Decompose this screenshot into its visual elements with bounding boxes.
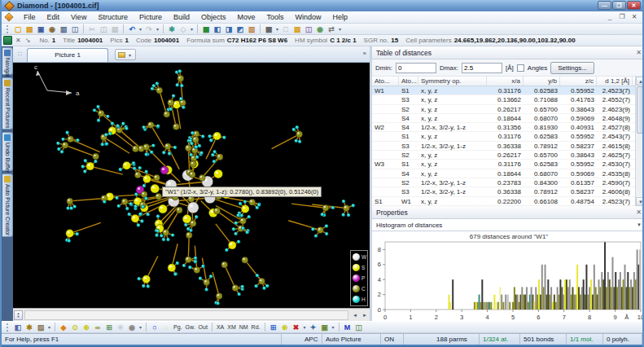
dmin-input[interactable] [396, 63, 436, 73]
scroll-up-icon[interactable]: ▲ [636, 77, 644, 86]
chevron-down-icon[interactable]: ▾ [46, 324, 52, 330]
toolbar-icon[interactable]: ⇄ [326, 24, 337, 34]
table-row[interactable]: W1S1x, y, z0.311760.625830.559522.4523(7… [372, 86, 644, 95]
toolbar-icon[interactable]: ◉ [315, 24, 326, 34]
toolbar-icon[interactable]: ✳ [116, 323, 126, 332]
table-row[interactable]: S2x, y, z0.262170.657000.386432.4625(7) [372, 151, 644, 160]
sidebar-tab-undo-buffer[interactable]: Undo Buffer [2, 132, 13, 171]
menu-objects[interactable]: Objects [195, 12, 232, 22]
chevron-down-icon[interactable]: ▾ [337, 26, 343, 32]
sidebar-tab-auto-picture-creator[interactable]: Auto Picture Creator [2, 174, 13, 237]
toolbar-text-button[interactable]: Rd. [250, 324, 262, 330]
toolbar-icon[interactable]: ▤ [292, 24, 303, 34]
drag-grip-icon[interactable]: ∷ [18, 51, 22, 58]
close-icon[interactable]: ✕ [636, 209, 642, 216]
toolbar-icon[interactable]: ◩ [235, 24, 246, 34]
table-row[interactable]: S21/2-x, 3/2-y, 1-z0.237830.843000.61357… [372, 178, 644, 187]
chevron-down-icon[interactable]: ▾ [302, 324, 308, 330]
toolbar-text-button[interactable]: Gw. [184, 324, 197, 330]
settings-button[interactable]: Settings... [550, 62, 594, 74]
table-row[interactable]: S31/2-x, 3/2-y, 1-z0.363380.789120.58237… [372, 187, 644, 196]
table-row[interactable]: S4x, y, z0.186440.680700.590692.4648(9) [372, 114, 644, 123]
maximize-button[interactable]: ❐ [612, 1, 626, 10]
legend-item-P[interactable]: P [351, 273, 367, 283]
table-scrollbar[interactable]: ▲ ▼ [635, 77, 644, 206]
toolbar-icon[interactable]: ⊞ [104, 323, 115, 332]
angles-checkbox[interactable] [517, 64, 524, 72]
close-icon[interactable]: ✕ [636, 49, 642, 56]
toolbar-text-button[interactable]: Out [197, 324, 209, 330]
column-header[interactable]: Ato... [399, 77, 418, 86]
table-row[interactable]: W3S1x, y, z0.311760.625830.559522.4530(7… [372, 160, 644, 169]
scroll-track[interactable] [24, 310, 348, 320]
table-row[interactable]: S4x, y, z0.186440.680700.590692.4535(8) [372, 169, 644, 178]
table-row[interactable]: W2S41/2-x, 3/2-y, 1-z0.313560.819300.409… [372, 123, 644, 132]
toolbar-icon[interactable]: ▥ [59, 24, 69, 34]
legend-item-H[interactable]: H [351, 294, 367, 305]
legend-item-S[interactable]: S [351, 262, 367, 273]
column-header[interactable]: d 1,2 [Å] [597, 77, 633, 86]
toolbar-icon[interactable]: ✱ [24, 323, 35, 332]
chevron-down-icon[interactable]: ▾ [331, 324, 336, 330]
dmax-input[interactable] [462, 63, 502, 73]
table-row[interactable]: S3x, y, z0.136620.710880.417632.4552(7) [372, 95, 644, 104]
table-row[interactable]: S1W1x, y, z0.222000.661080.487542.4523(7… [372, 197, 644, 206]
mdi-close-button[interactable]: ✕ [629, 13, 639, 22]
toolbar-icon[interactable]: ◆ [59, 323, 69, 332]
toolbar-icon[interactable]: ◌ [161, 323, 172, 332]
toolbar-icon[interactable]: ⊙ [70, 323, 81, 332]
close-button[interactable]: ✕ [627, 1, 641, 10]
expand-icon[interactable]: ↘ [25, 37, 31, 44]
table-row[interactable]: S31/2-x, 3/2-y, 1-z0.363380.789120.58237… [372, 142, 644, 151]
toolbar-icon[interactable]: ▦ [264, 24, 274, 34]
title-bar[interactable]: Diamond - [1004001.cif] — ❐ ✕ [2, 0, 642, 11]
menu-build[interactable]: Build [168, 12, 195, 22]
toolbar-icon[interactable]: ◫ [353, 323, 364, 332]
properties-selector[interactable]: Histogram of distances ▼ [372, 219, 644, 231]
drag-grip-icon[interactable] [7, 25, 10, 33]
toolbar-icon[interactable]: ◫ [70, 24, 81, 34]
toolbar-icon[interactable]: ⊕ [279, 323, 290, 332]
toolbar-icon[interactable]: ◫ [99, 24, 109, 34]
chevron-down-icon[interactable]: ▾ [155, 26, 160, 32]
menu-picture[interactable]: Picture [134, 12, 168, 22]
toolbar-icon[interactable]: ◧ [212, 24, 223, 34]
toolbar-icon[interactable]: ↶ [127, 24, 138, 34]
toolbar-icon[interactable]: ▤ [24, 24, 35, 34]
toolbar-icon[interactable]: ▦ [201, 24, 212, 34]
toolbar-icon[interactable]: ✦ [308, 323, 318, 332]
toolbar-icon[interactable]: ⊕ [81, 323, 92, 332]
toolbar-icon[interactable]: ◇ [178, 24, 189, 34]
mdi-restore-button[interactable]: ❐ [617, 13, 627, 22]
new-picture-button[interactable]: ▾ [115, 49, 136, 60]
menu-view[interactable]: View [65, 12, 92, 22]
chevron-down-icon[interactable]: ▾ [138, 324, 143, 330]
column-header[interactable]: Ato... [372, 77, 399, 86]
structure-icon[interactable] [3, 36, 12, 45]
toolbar-icon[interactable]: □ [281, 24, 291, 34]
toolbar-icon[interactable]: ◉ [47, 24, 58, 34]
menu-file[interactable]: File [18, 12, 42, 22]
legend-item-W[interactable]: W [351, 252, 367, 262]
toolbar-icon[interactable]: ✂ [87, 24, 98, 34]
column-header[interactable]: z/c [560, 77, 597, 86]
toolbar-icon[interactable]: ▣ [319, 323, 330, 332]
menu-window[interactable]: Window [289, 12, 326, 22]
structure-3d-view[interactable]: c a "W1" (1/2-x, 3/2-y, 1-z): 0.2780(), … [13, 63, 370, 308]
scroll-down-icon[interactable]: ▼ [636, 197, 644, 206]
properties-panel-header[interactable]: Properties ✕ [372, 206, 644, 219]
tab-picture-1[interactable]: Picture 1 [27, 48, 108, 62]
toolbar-icon[interactable]: ✱ [167, 24, 177, 34]
close-icon[interactable]: ✕ [15, 37, 21, 44]
column-header[interactable]: y/b [524, 77, 560, 86]
drag-grip-icon[interactable] [7, 323, 10, 332]
toolbar-icon[interactable]: ◉ [127, 323, 138, 332]
toolbar-icon[interactable]: ◧ [13, 323, 24, 332]
menu-edit[interactable]: Edit [42, 12, 66, 22]
toolbar-icon[interactable]: M [342, 323, 353, 332]
toolbar-icon[interactable]: ↷ [144, 24, 155, 34]
scroll-right-icon[interactable]: ▸ [360, 312, 370, 318]
menu-tools[interactable]: Tools [261, 12, 289, 22]
minimize-button[interactable]: — [598, 1, 611, 10]
toolbar-text-button[interactable]: XM [226, 324, 238, 330]
